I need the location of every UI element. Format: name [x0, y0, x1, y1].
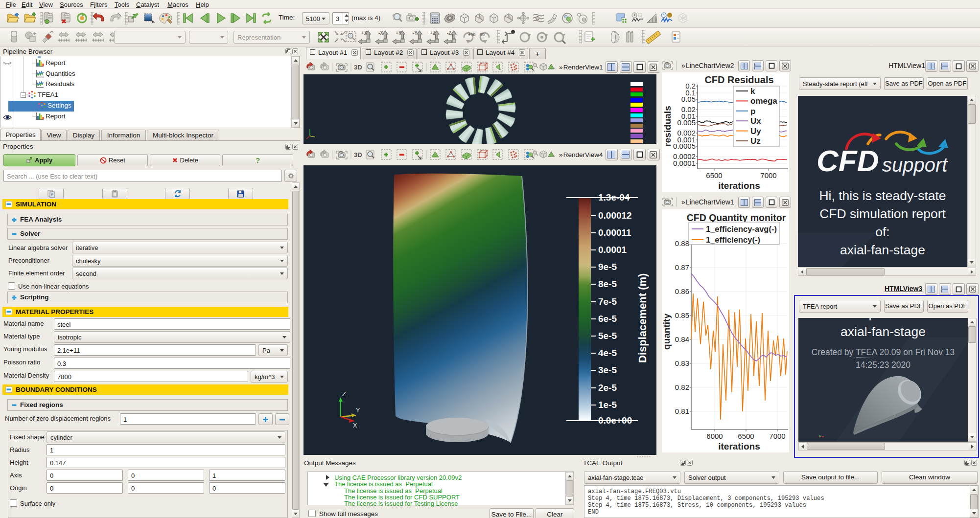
svg-text:omega: omega: [750, 96, 777, 106]
svg-text:-Z: -Z: [447, 30, 451, 36]
svg-text:6500: 6500: [738, 432, 754, 440]
svg-text:0.82: 0.82: [675, 383, 689, 391]
svg-text:Z: Z: [342, 391, 346, 398]
svg-text:k: k: [750, 87, 755, 96]
svg-text:0.81: 0.81: [675, 407, 689, 415]
svg-text:X: X: [353, 422, 357, 429]
svg-text:-90: -90: [478, 32, 485, 37]
svg-text:CFD Quantity monitor: CFD Quantity monitor: [687, 212, 786, 223]
svg-text:0.84: 0.84: [675, 335, 689, 343]
svg-text:Ux: Ux: [750, 116, 761, 126]
svg-text:6000: 6000: [706, 432, 723, 440]
svg-text:iterations: iterations: [718, 441, 760, 451]
svg-text:7000: 7000: [769, 432, 785, 440]
svg-text:Uz: Uz: [750, 136, 761, 146]
svg-text:Uy: Uy: [750, 127, 761, 136]
svg-text:+90: +90: [468, 32, 475, 37]
svg-text:residuals: residuals: [662, 106, 673, 146]
svg-text:support: support: [882, 154, 948, 176]
svg-text:p: p: [750, 107, 755, 116]
svg-text:CFD Residuals: CFD Residuals: [704, 74, 773, 85]
svg-text:0.05: 0.05: [681, 95, 696, 103]
svg-text:quantity: quantity: [662, 314, 672, 350]
svg-text:3D: 3D: [354, 64, 362, 71]
svg-text:1_efficiency(-): 1_efficiency(-): [706, 235, 760, 244]
svg-text:0.87: 0.87: [675, 263, 689, 271]
svg-text:7000: 7000: [760, 171, 776, 180]
svg-text:0.83: 0.83: [675, 359, 689, 367]
svg-text:0.0001: 0.0001: [673, 159, 696, 167]
svg-text:6500: 6500: [706, 171, 722, 180]
svg-text:-Y: -Y: [413, 30, 418, 36]
svg-text:0.88: 0.88: [675, 239, 689, 248]
svg-text:0.005: 0.005: [677, 118, 696, 127]
svg-text:3D: 3D: [354, 151, 362, 158]
svg-text:0.86: 0.86: [675, 287, 689, 295]
svg-text:0.85: 0.85: [675, 311, 689, 319]
svg-text:1_efficiency-avg(-): 1_efficiency-avg(-): [706, 225, 777, 233]
svg-text:-X: -X: [378, 30, 383, 36]
svg-text:Y: Y: [356, 407, 360, 414]
svg-text:iterations: iterations: [718, 180, 760, 191]
svg-text:0.0005: 0.0005: [673, 142, 696, 150]
